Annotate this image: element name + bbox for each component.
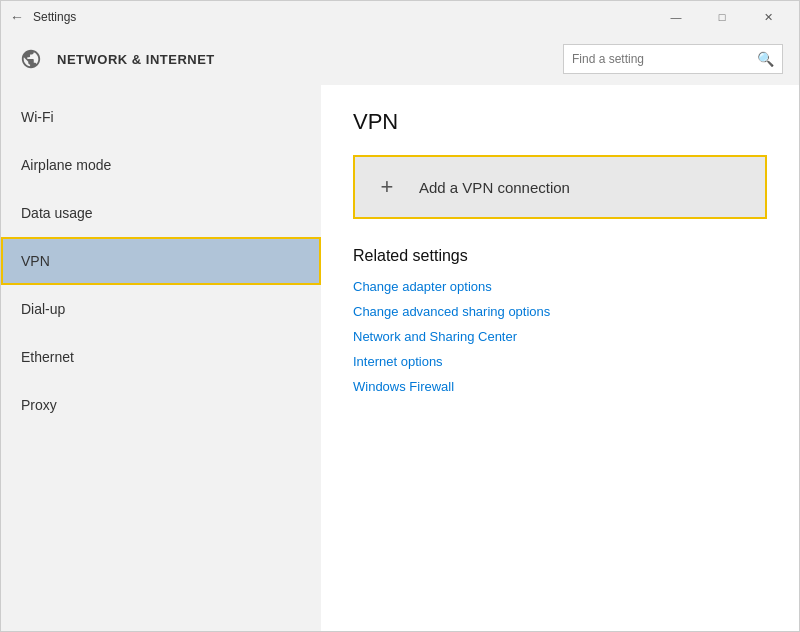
sidebar-label-wifi: Wi-Fi (21, 109, 54, 125)
sidebar-item-airplane[interactable]: Airplane mode (1, 141, 321, 189)
app-title: NETWORK & INTERNET (57, 52, 215, 67)
section-title: VPN (353, 109, 767, 135)
search-icon: 🔍 (757, 51, 774, 67)
add-vpn-button[interactable]: + Add a VPN connection (353, 155, 767, 219)
sidebar-label-ethernet: Ethernet (21, 349, 74, 365)
sidebar-item-proxy[interactable]: Proxy (1, 381, 321, 429)
window-title: Settings (33, 10, 76, 24)
maximize-button[interactable]: □ (699, 1, 745, 33)
sidebar: Wi-Fi Airplane mode Data usage VPN Dial-… (1, 85, 321, 631)
sidebar-label-proxy: Proxy (21, 397, 57, 413)
main-content: Wi-Fi Airplane mode Data usage VPN Dial-… (1, 85, 799, 631)
sidebar-label-dial-up: Dial-up (21, 301, 65, 317)
header-bar: NETWORK & INTERNET 🔍 (1, 33, 799, 85)
sidebar-item-wifi[interactable]: Wi-Fi (1, 93, 321, 141)
search-input[interactable] (572, 52, 757, 66)
plus-icon: + (371, 171, 403, 203)
link-change-sharing[interactable]: Change advanced sharing options (353, 304, 767, 319)
sidebar-item-ethernet[interactable]: Ethernet (1, 333, 321, 381)
sidebar-label-airplane: Airplane mode (21, 157, 111, 173)
add-vpn-label: Add a VPN connection (419, 179, 570, 196)
sidebar-item-vpn[interactable]: VPN (1, 237, 321, 285)
minimize-button[interactable]: — (653, 1, 699, 33)
content-area: VPN + Add a VPN connection Related setti… (321, 85, 799, 631)
sidebar-label-data-usage: Data usage (21, 205, 93, 221)
search-box[interactable]: 🔍 (563, 44, 783, 74)
sidebar-item-dial-up[interactable]: Dial-up (1, 285, 321, 333)
title-bar-left: ← Settings (9, 9, 653, 25)
window-controls: — □ ✕ (653, 1, 791, 33)
settings-window: ← Settings — □ ✕ NETWORK & INTERNET 🔍 Wi… (0, 0, 800, 632)
link-internet-options[interactable]: Internet options (353, 354, 767, 369)
close-button[interactable]: ✕ (745, 1, 791, 33)
network-globe-icon (20, 48, 42, 70)
link-change-adapter[interactable]: Change adapter options (353, 279, 767, 294)
sidebar-label-vpn: VPN (21, 253, 50, 269)
back-button[interactable]: ← (9, 9, 25, 25)
link-windows-firewall[interactable]: Windows Firewall (353, 379, 767, 394)
related-settings-title: Related settings (353, 247, 767, 265)
title-bar: ← Settings — □ ✕ (1, 1, 799, 33)
app-icon (17, 45, 45, 73)
sidebar-item-data-usage[interactable]: Data usage (1, 189, 321, 237)
link-network-center[interactable]: Network and Sharing Center (353, 329, 767, 344)
